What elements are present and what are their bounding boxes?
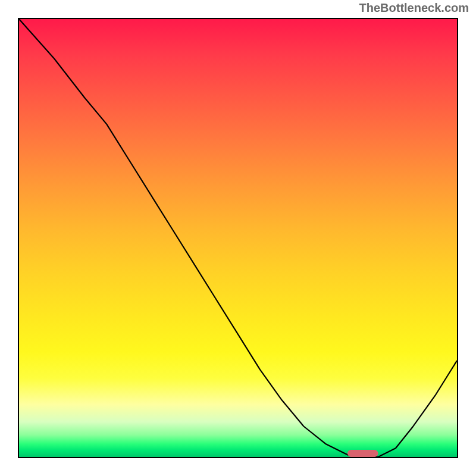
watermark-text: TheBottleneck.com	[359, 1, 469, 15]
bottleneck-curve	[19, 19, 457, 457]
chart-plot-area	[18, 18, 458, 458]
chart-svg	[19, 19, 457, 457]
optimal-zone-marker	[347, 450, 378, 457]
